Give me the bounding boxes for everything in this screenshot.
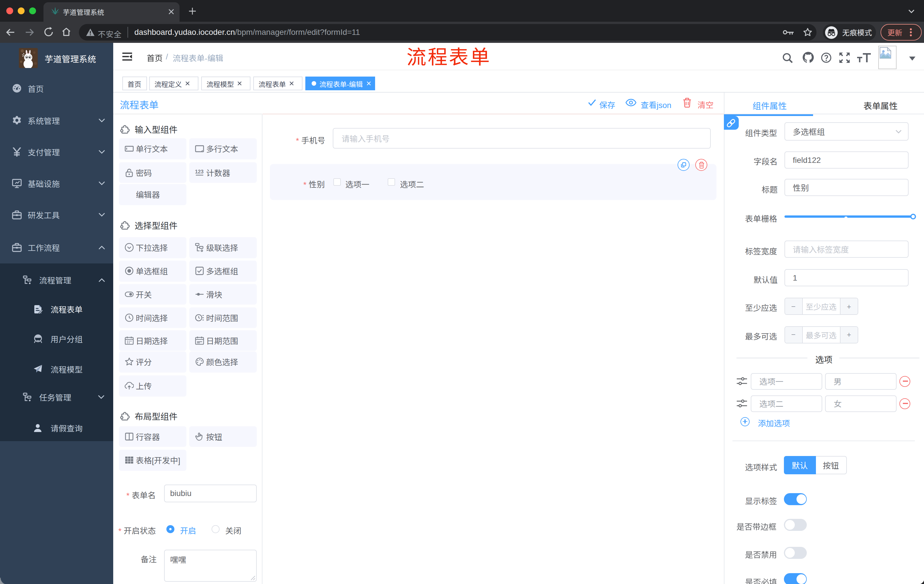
svg-text:123: 123 — [195, 169, 203, 174]
